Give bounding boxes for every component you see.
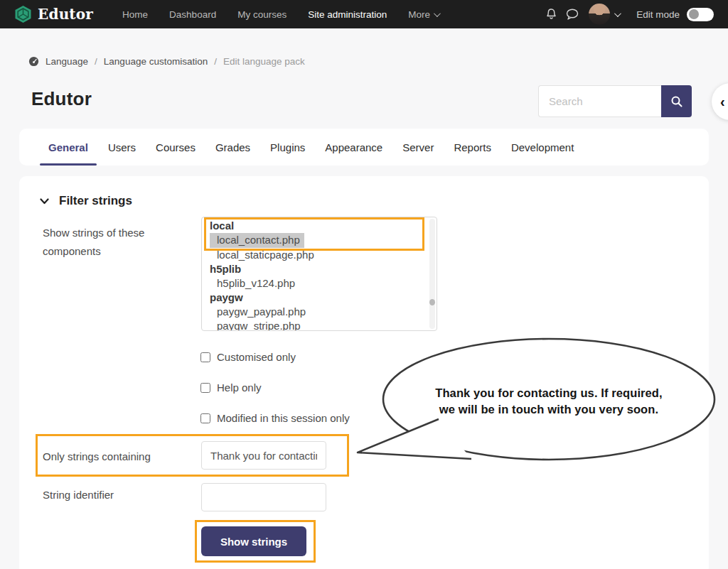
list-group-local[interactable]: local: [210, 219, 437, 233]
scrollbar-thumb[interactable]: [429, 299, 435, 305]
tab-appearance[interactable]: Appearance: [315, 129, 392, 166]
messages-chat-icon[interactable]: [562, 4, 583, 25]
settings-tabbar: General Users Courses Grades Plugins App…: [19, 129, 709, 166]
tab-users[interactable]: Users: [98, 129, 146, 166]
toggle-knob: [689, 9, 699, 19]
avatar: [589, 4, 610, 25]
edit-mode-control: Edit mode: [636, 8, 714, 21]
tab-courses[interactable]: Courses: [146, 129, 205, 166]
components-label: Show strings of these components: [43, 224, 171, 261]
page: Edutor Home Dashboard My courses Site ad…: [0, 0, 728, 569]
nav-dashboard[interactable]: Dashboard: [159, 9, 227, 20]
customised-only-checkbox[interactable]: [200, 352, 210, 362]
tab-reports[interactable]: Reports: [444, 129, 501, 166]
show-strings-button[interactable]: Show strings: [201, 526, 306, 556]
chevron-down-icon: [40, 198, 49, 205]
help-only-row[interactable]: Help only: [200, 381, 262, 394]
tab-grades[interactable]: Grades: [205, 129, 260, 166]
list-group-paygw[interactable]: paygw: [210, 291, 437, 305]
modified-session-row[interactable]: Modified in this session only: [200, 412, 350, 424]
nav-site-administration[interactable]: Site administration: [297, 9, 397, 20]
string-identifier-input[interactable]: [201, 483, 326, 511]
list-group-h5plib[interactable]: h5plib: [210, 262, 437, 276]
chevron-left-icon: ‹: [720, 94, 725, 110]
selected-option-text: local_contact.php: [210, 233, 304, 248]
only-strings-label: Only strings containing: [43, 450, 151, 462]
user-menu[interactable]: [589, 4, 619, 25]
edit-mode-label: Edit mode: [636, 9, 680, 20]
tab-general[interactable]: General: [38, 129, 98, 166]
top-navbar: Edutor Home Dashboard My courses Site ad…: [0, 0, 728, 28]
components-listbox[interactable]: local local_contact.php local_staticpage…: [201, 217, 437, 331]
primary-nav: Home Dashboard My courses Site administr…: [112, 9, 449, 20]
breadcrumb-separator: /: [95, 56, 97, 67]
list-option-paygw-stripe[interactable]: paygw_stripe.php: [210, 319, 437, 331]
breadcrumb-language[interactable]: Language: [46, 56, 88, 67]
tab-server[interactable]: Server: [392, 129, 444, 166]
section-title: Filter strings: [59, 194, 132, 208]
help-only-label: Help only: [217, 381, 262, 394]
hexagon-logo-icon: [14, 5, 32, 23]
nav-more-dropdown[interactable]: More: [397, 9, 449, 20]
list-option-h5plib-v124[interactable]: h5plib_v124.php: [210, 276, 437, 291]
list-option-local-contact[interactable]: local_contact.php: [210, 233, 437, 248]
nav-more-label: More: [408, 9, 430, 20]
customised-only-row[interactable]: Customised only: [200, 351, 296, 363]
breadcrumb-separator: /: [214, 56, 217, 67]
list-option-paygw-paypal[interactable]: paygw_paypal.php: [210, 305, 437, 319]
nav-my-courses[interactable]: My courses: [227, 9, 297, 20]
brand-logo[interactable]: Edutor: [14, 5, 93, 23]
list-option-local-staticpage[interactable]: local_staticpage.php: [210, 248, 437, 262]
notifications-bell-icon[interactable]: [540, 4, 562, 25]
dashboard-gauge-icon: [28, 56, 39, 67]
search-icon: [670, 95, 683, 108]
search-button[interactable]: [661, 85, 692, 117]
breadcrumb: Language / Language customisation / Edit…: [28, 56, 305, 67]
open-drawer-button[interactable]: ‹: [712, 83, 728, 120]
search-input[interactable]: [538, 85, 661, 117]
chevron-down-icon: [434, 10, 441, 17]
help-only-checkbox[interactable]: [200, 383, 210, 393]
brand-name: Edutor: [38, 6, 93, 23]
navbar-right: Edit mode: [540, 0, 728, 28]
listbox-scrollbar[interactable]: [429, 219, 435, 329]
breadcrumb-language-customisation[interactable]: Language customisation: [104, 56, 208, 67]
search-bar: [538, 85, 692, 117]
breadcrumb-edit-language-pack: Edit language pack: [223, 56, 305, 67]
nav-home[interactable]: Home: [112, 9, 159, 20]
customised-only-label: Customised only: [217, 351, 296, 363]
tab-development[interactable]: Development: [501, 129, 584, 166]
modified-session-checkbox[interactable]: [200, 413, 210, 423]
chevron-down-icon: [614, 10, 621, 17]
page-title: Edutor: [31, 88, 92, 110]
only-strings-input[interactable]: [201, 441, 326, 470]
string-identifier-label: String identifier: [43, 489, 114, 501]
edit-mode-toggle[interactable]: [687, 8, 714, 21]
modified-session-label: Modified in this session only: [217, 412, 350, 424]
tab-plugins[interactable]: Plugins: [260, 129, 315, 166]
filter-strings-section-toggle[interactable]: Filter strings: [40, 194, 132, 208]
components-list: local local_contact.php local_staticpage…: [202, 217, 437, 331]
